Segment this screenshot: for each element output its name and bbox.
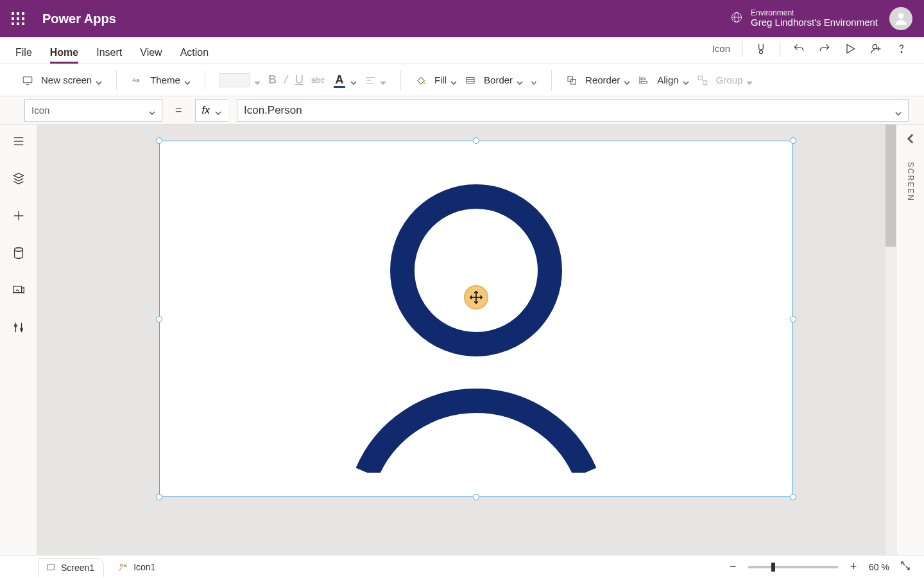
fill-button[interactable]: Fill (434, 74, 457, 85)
align-button[interactable]: Align (657, 74, 689, 85)
menu-insert[interactable]: Insert (96, 47, 122, 64)
zoom-slider[interactable] (748, 566, 838, 568)
menu-bar: File Home Insert View Action Icon (0, 37, 924, 64)
canvas-area[interactable] (37, 125, 896, 555)
left-rail (0, 125, 37, 555)
new-screen-button[interactable]: New screen (41, 74, 102, 85)
border-button[interactable]: Border (484, 74, 523, 85)
user-avatar[interactable] (889, 7, 912, 30)
fill-label: Fill (434, 74, 447, 85)
svg-rect-23 (642, 78, 646, 80)
zoom-out-button[interactable]: − (728, 560, 738, 574)
svg-point-32 (14, 248, 22, 252)
chevron-down-icon (624, 77, 630, 83)
svg-point-40 (120, 564, 123, 566)
screen-icon (22, 74, 33, 86)
selected-icon-control[interactable] (159, 141, 793, 497)
svg-rect-25 (698, 76, 702, 80)
format-overflow[interactable] (531, 77, 537, 83)
svg-point-38 (402, 197, 550, 344)
group-label: Group (716, 74, 743, 85)
menu-action[interactable]: Action (180, 47, 209, 64)
svg-rect-20 (568, 76, 573, 82)
zoom-percent: 60 % (869, 562, 889, 572)
reorder-icon (566, 74, 578, 86)
help-icon[interactable] (894, 42, 909, 56)
fx-expand-button[interactable]: fx (195, 99, 228, 122)
paint-bucket-icon (415, 74, 427, 86)
formula-bar: Icon = fx Icon.Person (0, 96, 924, 125)
property-selector[interactable]: Icon (24, 99, 162, 122)
theme-button[interactable]: Theme (150, 74, 191, 85)
font-color-button[interactable]: A (332, 73, 357, 87)
svg-rect-24 (642, 81, 647, 83)
chevron-down-icon (149, 107, 155, 114)
vertical-scrollbar-thumb[interactable] (886, 125, 896, 247)
svg-line-41 (902, 562, 905, 565)
app-title: Power Apps (42, 12, 116, 26)
resize-handle[interactable] (156, 316, 162, 322)
svg-marker-5 (847, 44, 855, 53)
environment-switcher[interactable]: Environment Greg Lindhorst's Environment (730, 9, 878, 28)
svg-rect-39 (47, 565, 55, 570)
screen-icon (46, 563, 56, 573)
resize-handle[interactable] (156, 494, 162, 500)
properties-panel-label: SCREEN (906, 162, 915, 202)
play-preview-icon[interactable] (843, 42, 857, 56)
svg-rect-10 (23, 76, 32, 82)
zoom-slider-thumb[interactable] (771, 563, 775, 572)
group-button: Group (716, 74, 753, 85)
fit-to-screen-icon[interactable] (900, 560, 911, 574)
menu-file[interactable]: File (15, 47, 32, 64)
resize-handle[interactable] (790, 137, 796, 144)
person-icon (341, 177, 611, 475)
insert-plus-icon[interactable] (11, 208, 26, 223)
app-checker-icon[interactable] (754, 42, 768, 56)
text-align-button (364, 74, 386, 86)
chevron-down-icon (895, 107, 902, 114)
hamburger-icon[interactable] (11, 134, 26, 149)
align-label: Align (657, 74, 678, 85)
undo-icon[interactable] (792, 42, 806, 56)
svg-rect-17 (466, 77, 474, 83)
border-label: Border (484, 74, 513, 85)
resize-handle[interactable] (790, 494, 796, 500)
formula-input[interactable]: Icon.Person (237, 99, 909, 122)
environment-name: Greg Lindhorst's Environment (751, 17, 878, 28)
resize-handle[interactable] (473, 494, 479, 500)
media-icon[interactable] (11, 283, 26, 298)
resize-handle[interactable] (156, 137, 162, 144)
svg-point-3 (898, 13, 904, 19)
reorder-label: Reorder (585, 74, 620, 85)
theme-label: Theme (150, 74, 180, 85)
font-swatch (219, 73, 250, 87)
tree-view-icon[interactable] (11, 171, 26, 186)
menu-view[interactable]: View (140, 47, 162, 64)
advanced-tools-icon[interactable] (11, 320, 26, 335)
environment-label: Environment (751, 9, 878, 17)
chevron-down-icon (683, 77, 689, 83)
strike-button: abc (311, 75, 325, 85)
formula-expression: Icon.Person (244, 104, 302, 117)
menu-home[interactable]: Home (50, 47, 78, 64)
properties-panel-collapsed[interactable]: SCREEN (896, 125, 924, 555)
bold-button: B (268, 73, 277, 87)
chevron-down-icon (96, 77, 102, 83)
status-bar: Screen1 Icon1 − + 60 % (0, 555, 924, 578)
share-icon[interactable] (869, 42, 883, 56)
app-launcher-icon[interactable] (12, 12, 24, 25)
chevron-down-icon (517, 77, 523, 83)
data-icon[interactable] (11, 245, 26, 261)
svg-text:Aa: Aa (132, 77, 139, 83)
italic-button: / (284, 73, 287, 87)
breadcrumb-selected[interactable]: Icon1 (118, 562, 155, 572)
resize-handle[interactable] (473, 137, 479, 144)
reorder-button[interactable]: Reorder (585, 74, 630, 85)
zoom-in-button[interactable]: + (848, 560, 859, 574)
theme-icon: Aa (131, 74, 142, 86)
svg-point-6 (873, 44, 877, 49)
resize-handle[interactable] (790, 316, 796, 322)
svg-point-9 (901, 51, 902, 53)
breadcrumb-screen[interactable]: Screen1 (38, 558, 104, 577)
redo-icon[interactable] (817, 42, 832, 56)
